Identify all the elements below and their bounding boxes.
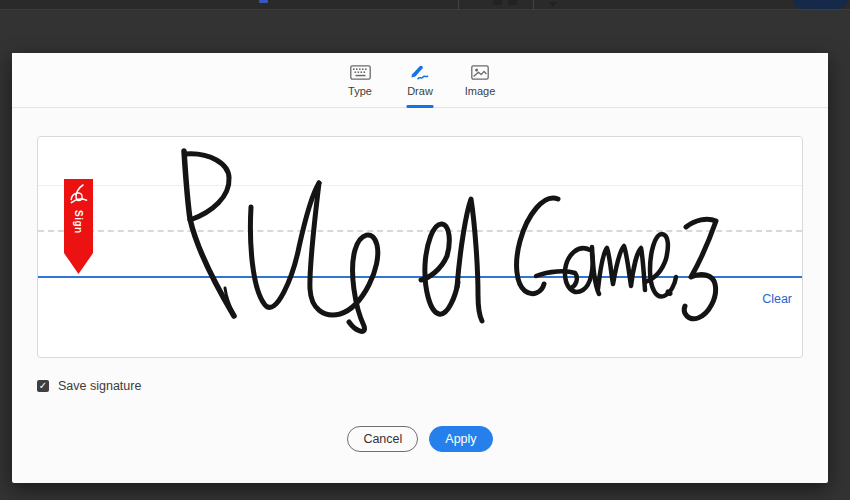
tab-image-label: Image <box>465 85 496 97</box>
toolbar-fragment-icon <box>259 0 268 3</box>
keyboard-icon <box>350 64 371 81</box>
clear-link[interactable]: Clear <box>762 292 792 306</box>
toolbar-fragment-icon <box>508 0 517 5</box>
toolbar-divider <box>458 0 459 10</box>
signature-dialog: Type Draw Image <box>12 53 828 483</box>
tab-image[interactable]: Image <box>457 53 503 108</box>
signature-tabs-header: Type Draw Image <box>12 53 828 108</box>
save-signature-label: Save signature <box>58 379 141 393</box>
signature-strokes <box>184 151 716 331</box>
tab-draw[interactable]: Draw <box>397 53 443 108</box>
image-icon <box>471 64 489 81</box>
app-toolbar-remnant <box>0 0 850 10</box>
tab-type-label: Type <box>348 85 372 97</box>
cancel-button[interactable]: Cancel <box>347 426 418 452</box>
toolbar-divider <box>533 0 534 10</box>
tab-underline <box>407 105 434 108</box>
save-signature-checkbox[interactable]: ✓ <box>37 380 49 392</box>
account-button[interactable] <box>793 0 847 9</box>
save-signature-row: ✓ Save signature <box>37 379 141 393</box>
pen-icon <box>409 64 431 81</box>
signature-drawing <box>38 137 804 359</box>
tab-draw-label: Draw <box>407 85 433 97</box>
chevron-down-icon <box>549 2 557 7</box>
dialog-footer: Cancel Apply <box>12 426 828 452</box>
apply-button[interactable]: Apply <box>429 426 492 452</box>
tab-type[interactable]: Type <box>337 53 383 108</box>
signature-draw-canvas[interactable]: Sign Clear <box>37 136 803 358</box>
toolbar-fragment-icon <box>493 0 502 5</box>
